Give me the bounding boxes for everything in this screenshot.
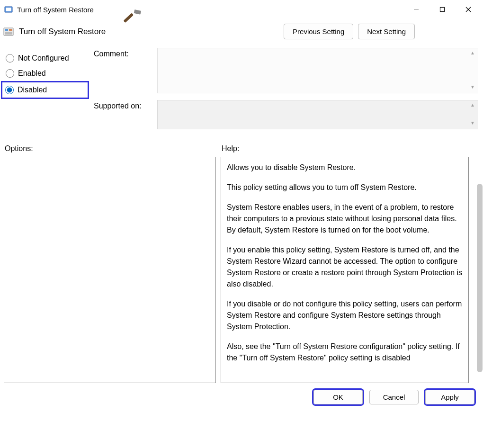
svg-rect-9 [5, 29, 8, 31]
svg-rect-10 [9, 29, 12, 31]
minimize-button[interactable] [403, 0, 429, 19]
comment-textarea[interactable]: ▲ ▼ [157, 48, 478, 93]
ok-button[interactable]: OK [313, 390, 363, 404]
maximize-button[interactable] [429, 0, 455, 19]
help-paragraph: Allows you to disable System Restore. [227, 162, 463, 173]
radio-enabled[interactable]: Enabled [4, 66, 89, 81]
apply-button[interactable]: Apply [425, 390, 474, 404]
supported-on-box: ▲ ▼ [157, 100, 478, 129]
svg-rect-11 [5, 32, 12, 35]
radio-not-configured-input[interactable] [6, 54, 14, 63]
help-paragraph: If you enable this policy setting, Syste… [227, 244, 463, 290]
radio-disabled-input[interactable] [5, 86, 14, 94]
help-paragraph: If you disable or do not configure this … [227, 298, 463, 332]
svg-rect-3 [440, 8, 444, 12]
help-paragraph: This policy setting allows you to turn o… [227, 182, 463, 193]
help-panel: Allows you to disable System Restore. Th… [221, 157, 469, 383]
radio-disabled-label: Disabled [18, 86, 47, 94]
radio-not-configured-label: Not Configured [18, 54, 69, 63]
scroll-up-icon: ▲ [469, 50, 476, 57]
radio-disabled[interactable]: Disabled [1, 81, 89, 99]
app-icon [4, 5, 13, 14]
close-button[interactable] [455, 0, 481, 19]
policy-name: Turn off System Restore [19, 27, 284, 36]
svg-rect-1 [6, 8, 11, 11]
state-radio-group: Not Configured Enabled Disabled [4, 48, 89, 136]
supported-on-label: Supported on: [94, 100, 151, 129]
radio-enabled-label: Enabled [18, 69, 46, 78]
scroll-up-icon: ▲ [469, 102, 476, 109]
previous-setting-button[interactable]: Previous Setting [284, 24, 353, 39]
scrollbar-thumb[interactable] [477, 184, 483, 372]
help-paragraph: System Restore enables users, in the eve… [227, 202, 463, 236]
comment-label: Comment: [94, 48, 151, 93]
cancel-button[interactable]: Cancel [369, 390, 419, 404]
options-label: Options: [5, 144, 222, 153]
scroll-down-icon: ▼ [469, 120, 476, 127]
options-panel [4, 157, 216, 383]
help-paragraph: Also, see the "Turn off System Restore c… [227, 341, 463, 364]
titlebar: Turn off System Restore [0, 0, 483, 19]
radio-not-configured[interactable]: Not Configured [4, 51, 89, 66]
next-setting-button[interactable]: Next Setting [358, 24, 415, 39]
scroll-down-icon: ▼ [469, 84, 476, 91]
window-title: Turn off System Restore [17, 6, 403, 14]
dialog-footer: OK Cancel Apply [0, 383, 483, 404]
policy-icon [3, 26, 14, 37]
radio-enabled-input[interactable] [6, 69, 14, 78]
help-label: Help: [222, 144, 239, 153]
policy-header: Turn off System Restore Previous Setting… [0, 19, 483, 48]
